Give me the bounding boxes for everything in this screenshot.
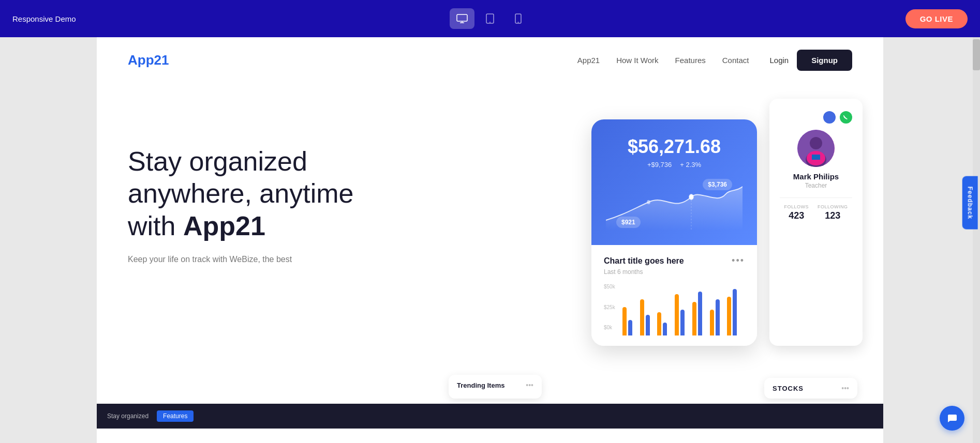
tablet-btn[interactable]	[478, 8, 502, 29]
bar-label-50k: $50k	[604, 284, 615, 289]
hero-visuals: $56,271.68 +$9,736 + 2.3% $3,736 $921	[591, 88, 863, 346]
bar-chart-labels: $50k $25k $0k	[604, 284, 615, 330]
device-buttons	[450, 8, 530, 29]
bar-orange-0	[622, 307, 627, 335]
chart-change-value: +$9,736	[647, 161, 672, 169]
chart-card-top: $56,271.68 +$9,736 + 2.3% $3,736 $921	[591, 119, 757, 245]
follows-stat: FOLLOWS 423	[784, 204, 809, 221]
chart-bubble-high: $3,736	[703, 179, 732, 190]
tablet-icon	[486, 13, 494, 24]
profile-role: Teacher	[780, 182, 852, 189]
nav-features[interactable]: Features	[675, 56, 706, 65]
phone-icon	[843, 114, 849, 120]
trending-title-row: Trending Items •••	[457, 381, 533, 389]
chart-title-row: Chart title goes here •••	[604, 255, 745, 266]
bar-group-6	[727, 289, 745, 335]
nav-login[interactable]: Login	[769, 56, 789, 65]
chart-subtitle: Last 6 months	[604, 268, 745, 276]
stocks-card: STOCKS •••	[764, 378, 857, 399]
bar-group-3	[675, 294, 692, 335]
nav-contact[interactable]: Contact	[722, 56, 749, 65]
profile-card-icons	[780, 111, 852, 124]
profile-name: Mark Philips	[780, 172, 852, 181]
bottom-bar: Stay organized Features	[97, 404, 883, 429]
bar-group-0	[622, 307, 640, 335]
bar-group-2	[657, 312, 675, 335]
bar-group-4	[692, 292, 710, 335]
desktop-icon	[456, 14, 468, 23]
stocks-dots[interactable]: •••	[841, 384, 849, 392]
stocks-title: STOCKS	[773, 385, 804, 392]
trending-title: Trending Items	[457, 381, 504, 389]
desktop-btn[interactable]	[450, 8, 474, 29]
following-stat: FOLLOWING 123	[818, 204, 848, 221]
logo: App21	[128, 52, 169, 68]
svg-rect-0	[457, 14, 467, 21]
chart-title: Chart title goes here	[604, 256, 684, 266]
bar-blue-0	[628, 320, 632, 335]
mobile-btn[interactable]	[506, 8, 530, 29]
bar-chart	[622, 284, 745, 346]
bar-group-5	[710, 299, 727, 335]
follows-label: FOLLOWS	[784, 204, 809, 209]
svg-point-7	[647, 200, 650, 204]
bar-blue-4	[698, 292, 702, 335]
bar-orange-6	[727, 297, 731, 335]
hero-subtitle: Keep your life on track with WeBize, the…	[128, 252, 397, 266]
bar-label-0k: $0k	[604, 325, 615, 330]
bar-blue-6	[733, 289, 737, 335]
bar-blue-2	[663, 323, 667, 335]
bar-orange-1	[640, 299, 644, 335]
chart-change: +$9,736 + 2.3%	[606, 161, 743, 169]
follows-count: 423	[789, 210, 804, 221]
nav-signup-button[interactable]: Signup	[797, 50, 852, 71]
bar-orange-5	[710, 310, 714, 335]
chat-bubble-button[interactable]	[940, 406, 964, 431]
bar-orange-2	[657, 312, 661, 335]
chat-icon	[946, 413, 958, 424]
hero-title: Stay organized anywhere, anytime with Ap…	[128, 145, 397, 242]
bar-blue-5	[716, 299, 720, 335]
svg-rect-12	[812, 155, 820, 160]
bar-blue-3	[680, 310, 685, 335]
nav-app21[interactable]: App21	[577, 56, 600, 65]
demo-area: App21 App21 How It Work Features Contact…	[97, 37, 883, 443]
navigation: App21 App21 How It Work Features Contact…	[97, 37, 883, 83]
demo-label: Responsive Demo	[12, 14, 76, 23]
chart-change-percent: + 2.3%	[680, 161, 701, 169]
trending-dots[interactable]: •••	[526, 381, 533, 389]
bottom-bar-text: Stay organized	[107, 413, 149, 420]
go-live-button[interactable]: GO LIVE	[905, 9, 968, 28]
feedback-tab[interactable]: Feedback	[962, 176, 977, 229]
profile-dot-green	[840, 111, 852, 124]
bar-orange-3	[675, 294, 679, 335]
bottom-bar-features-btn[interactable]: Features	[157, 410, 194, 422]
chart-card-bottom: Chart title goes here ••• Last 6 months …	[591, 245, 757, 346]
bar-group-1	[640, 299, 658, 335]
hero-title-bold: App21	[183, 211, 265, 241]
bar-orange-4	[692, 302, 696, 335]
svg-point-9	[810, 137, 822, 149]
svg-point-2	[489, 22, 491, 23]
trending-card: Trending Items •••	[449, 375, 542, 399]
bar-chart-container: $50k $25k $0k	[604, 284, 745, 346]
following-count: 123	[825, 210, 840, 221]
chart-line-area: $3,736 $921	[606, 179, 743, 231]
profile-card: Mark Philips Teacher FOLLOWS 423 FOLLOWI…	[769, 99, 863, 346]
avatar	[797, 130, 835, 167]
scrollbar[interactable]	[973, 37, 980, 443]
bar-label-25k: $25k	[604, 304, 615, 310]
profile-stats: FOLLOWS 423 FOLLOWING 123	[780, 197, 852, 221]
nav-links: App21 How It Work Features Contact	[577, 56, 749, 65]
profile-dot-blue	[823, 111, 836, 124]
scrollbar-thumb[interactable]	[973, 39, 980, 70]
nav-how-it-work[interactable]: How It Work	[616, 56, 658, 65]
chart-bubble-low: $921	[616, 217, 641, 228]
chart-card: $56,271.68 +$9,736 + 2.3% $3,736 $921	[591, 119, 757, 346]
chart-more-dots[interactable]: •••	[732, 255, 745, 266]
mobile-icon	[515, 13, 522, 24]
avatar-image	[797, 130, 835, 167]
hero-text: Stay organized anywhere, anytime with Ap…	[128, 94, 397, 266]
svg-point-4	[517, 22, 518, 23]
top-bar: Responsive Demo GO	[0, 0, 980, 37]
